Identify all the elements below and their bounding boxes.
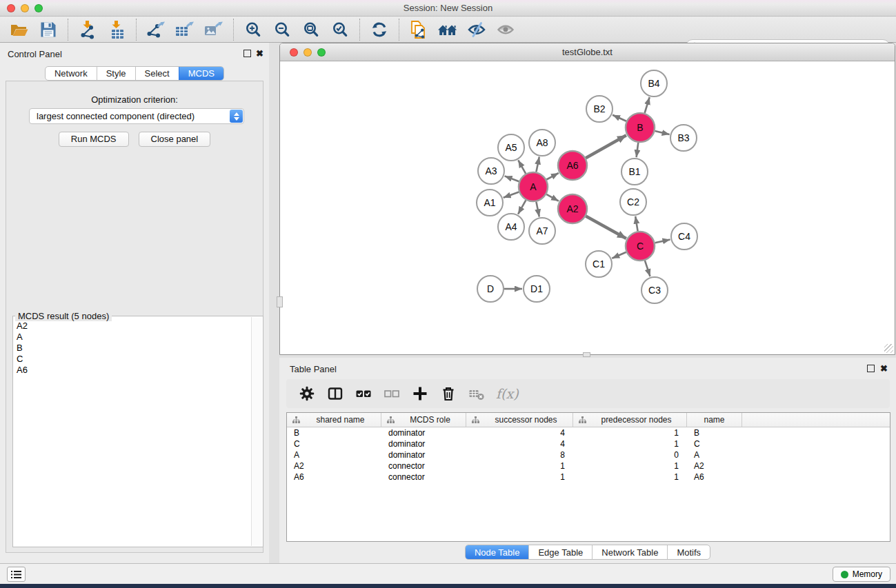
window-resize-grip[interactable] <box>884 344 893 353</box>
mcds-list-scrollbar[interactable] <box>251 317 262 546</box>
close-panel-icon[interactable]: ✖ <box>256 48 263 59</box>
save-icon[interactable] <box>38 19 59 40</box>
graph-edge-A-A6[interactable] <box>546 173 559 180</box>
graph-node-A3[interactable]: A3 <box>478 158 504 184</box>
graph-edge-C-C4[interactable] <box>655 240 670 243</box>
export-table-icon[interactable] <box>175 19 195 40</box>
delete-column-icon[interactable] <box>439 385 457 403</box>
column-header-predecessor-nodes[interactable]: predecessor nodes <box>573 413 687 427</box>
graph-edge-A-A2[interactable] <box>546 194 559 201</box>
graph-edge-C-C2[interactable] <box>635 216 637 232</box>
graph-edge-A6-B[interactable] <box>586 135 626 158</box>
mcds-result-item[interactable]: A6 <box>17 365 250 376</box>
tab-node-table[interactable]: Node Table <box>466 545 529 559</box>
graph-node-A1[interactable]: A1 <box>477 190 503 216</box>
graph-edge-B-B1[interactable] <box>637 143 639 157</box>
column-header-name[interactable]: name <box>687 413 742 427</box>
graph-node-C4[interactable]: C4 <box>671 223 697 250</box>
tab-select[interactable]: Select <box>135 67 179 80</box>
graph-node-A[interactable]: A <box>519 172 548 201</box>
column-header-MCDS-role[interactable]: MCDS role <box>381 413 466 427</box>
graph-node-C2[interactable]: C2 <box>620 189 646 215</box>
minimize-window-button[interactable] <box>21 4 29 12</box>
column-header-shared-name[interactable]: shared name <box>287 413 381 427</box>
add-column-icon[interactable] <box>411 385 429 403</box>
graph-node-A8[interactable]: A8 <box>529 130 555 156</box>
graph-node-C1[interactable]: C1 <box>586 251 612 277</box>
graph-edge-A-A7[interactable] <box>536 202 539 217</box>
graph-node-C3[interactable]: C3 <box>641 277 668 303</box>
criterion-dropdown[interactable]: largest connected component (directed) <box>29 108 244 124</box>
graph-edge-B-B4[interactable] <box>645 97 650 113</box>
table-close-panel-icon[interactable]: ✖ <box>880 363 888 374</box>
network-minimize-button[interactable] <box>303 48 312 57</box>
open-folder-icon[interactable] <box>9 19 30 40</box>
graph-node-B3[interactable]: B3 <box>670 125 697 151</box>
graph-edge-A-A1[interactable] <box>504 192 519 198</box>
vertical-splitter-grip[interactable] <box>277 296 283 307</box>
export-network-icon[interactable] <box>146 19 166 40</box>
network-window-titlebar[interactable]: testGlobe.txt <box>280 43 895 61</box>
table-float-panel-icon[interactable] <box>867 365 875 372</box>
import-table-icon[interactable] <box>106 19 127 40</box>
hide-panels-icon[interactable] <box>466 19 487 40</box>
zoom-out-icon[interactable] <box>272 19 292 40</box>
graph-node-A7[interactable]: A7 <box>529 218 555 244</box>
graph-edge-B-B3[interactable] <box>655 131 669 134</box>
graph-edge-A-A3[interactable] <box>505 176 519 181</box>
split-columns-icon[interactable] <box>326 385 344 403</box>
maximize-window-button[interactable] <box>34 4 43 12</box>
tab-network-table[interactable]: Network Table <box>592 545 667 559</box>
export-image-icon[interactable] <box>203 19 224 40</box>
network-close-button[interactable] <box>290 48 298 57</box>
tab-motifs[interactable]: Motifs <box>667 545 710 559</box>
task-history-button[interactable] <box>7 567 26 582</box>
graph-node-D[interactable]: D <box>477 276 504 302</box>
graph-node-B2[interactable]: B2 <box>586 96 613 122</box>
table-row[interactable]: Adominator80A <box>287 449 890 460</box>
graph-edge-A2-C[interactable] <box>586 216 626 239</box>
graph-node-D1[interactable]: D1 <box>524 276 550 302</box>
table-row[interactable]: Cdominator41C <box>287 438 890 449</box>
graph-node-A6[interactable]: A6 <box>558 151 587 180</box>
home-icon[interactable] <box>437 19 458 40</box>
graph-edge-A-A5[interactable] <box>518 160 526 174</box>
graph-node-A4[interactable]: A4 <box>498 214 524 240</box>
float-panel-icon[interactable] <box>243 50 251 57</box>
table-row[interactable]: A6connector11A6 <box>287 472 890 483</box>
zoom-selected-icon[interactable] <box>330 19 350 40</box>
zoom-fit-icon[interactable] <box>301 19 321 40</box>
tab-style[interactable]: Style <box>97 67 135 80</box>
network-maximize-button[interactable] <box>317 48 326 57</box>
graph-edge-C-C1[interactable] <box>612 252 626 258</box>
graph-node-B1[interactable]: B1 <box>621 159 648 185</box>
graph-node-A5[interactable]: A5 <box>498 134 524 161</box>
mcds-result-item[interactable]: A <box>17 332 250 343</box>
clone-network-icon[interactable] <box>408 19 429 40</box>
memory-button[interactable]: Memory <box>833 567 890 582</box>
graph-node-A2[interactable]: A2 <box>558 194 587 223</box>
tab-network[interactable]: Network <box>46 67 97 80</box>
select-all-icon[interactable] <box>355 385 372 403</box>
horizontal-splitter-grip[interactable] <box>583 352 590 357</box>
close-panel-button[interactable]: Close panel <box>139 132 211 147</box>
tab-mcds[interactable]: MCDS <box>179 67 223 80</box>
gear-icon[interactable] <box>298 385 316 403</box>
network-canvas[interactable]: AA1A2A3A4A5A6A7A8BB1B2B3B4CC1C2C3C4DD1 <box>281 62 894 354</box>
table-row[interactable]: Bdominator41B <box>287 427 890 438</box>
show-eye-icon[interactable] <box>495 19 516 40</box>
graph-node-C[interactable]: C <box>626 232 655 261</box>
deselect-all-icon[interactable] <box>383 385 401 403</box>
graph-edge-A-A8[interactable] <box>536 157 539 172</box>
graph-node-B4[interactable]: B4 <box>641 70 667 97</box>
graph-node-B[interactable]: B <box>626 113 655 142</box>
graph-edge-B-B2[interactable] <box>613 115 626 121</box>
import-network-icon[interactable] <box>77 19 98 40</box>
mcds-result-item[interactable]: C <box>17 354 250 365</box>
graph-edge-C-C3[interactable] <box>645 261 650 276</box>
table-row[interactable]: A2connector11A2 <box>287 460 890 472</box>
close-window-button[interactable] <box>7 4 15 12</box>
refresh-icon[interactable] <box>369 19 390 40</box>
run-mcds-button[interactable]: Run MCDS <box>59 132 129 147</box>
tab-edge-table[interactable]: Edge Table <box>528 545 592 559</box>
